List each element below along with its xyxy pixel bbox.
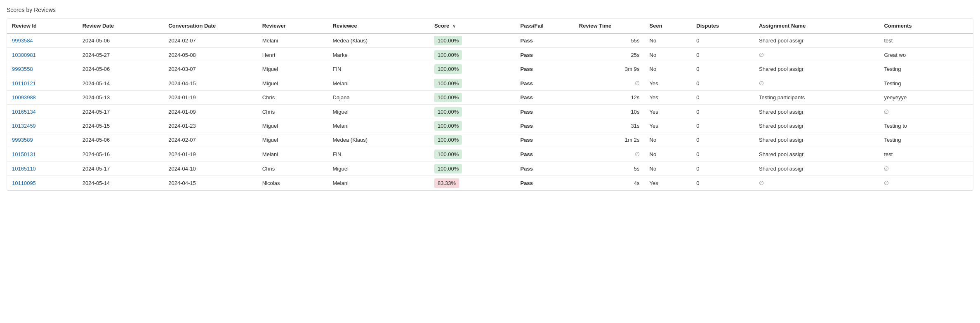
review-date-cell: 2024-05-17 (78, 162, 164, 176)
reviewer-cell: Melani (257, 33, 328, 48)
review-date-cell: 2024-05-14 (78, 176, 164, 190)
reviewee-cell: Dajana (328, 91, 430, 105)
review-id-link[interactable]: 9993558 (12, 66, 33, 72)
review-date-cell: 2024-05-06 (78, 62, 164, 76)
review-date-cell: 2024-05-15 (78, 119, 164, 133)
comments-cell: Great wo (879, 48, 973, 62)
score-cell: 100.00% (429, 119, 516, 133)
conversation-date-cell: 2024-04-10 (163, 162, 257, 176)
reviewer-cell: Chris (257, 162, 328, 176)
score-cell: 83.33% (429, 176, 516, 190)
col-header-score[interactable]: Score ∨ (429, 19, 516, 33)
disputes-cell: 0 (691, 147, 754, 162)
comments-cell: Testing to (879, 119, 973, 133)
col-header-review-time: Review Time (574, 19, 645, 33)
assignment-name-cell: ∅ (754, 176, 879, 190)
conversation-date-cell: 2024-01-23 (163, 119, 257, 133)
col-header-reviewee: Reviewee (328, 19, 430, 33)
review-date-cell: 2024-05-17 (78, 105, 164, 119)
review-id-link[interactable]: 10110121 (12, 80, 36, 87)
score-badge: 100.00% (434, 79, 462, 88)
assignment-name-cell: Shared pool assigr (754, 162, 879, 176)
review-id-link[interactable]: 10165110 (12, 166, 36, 172)
score-badge: 100.00% (434, 64, 462, 74)
review-time-cell: ∅ (574, 147, 645, 162)
col-header-comments: Comments (879, 19, 973, 33)
score-cell: 100.00% (429, 33, 516, 48)
reviewee-cell: Melani (328, 119, 430, 133)
pass-fail-badge: Pass (521, 37, 533, 44)
disputes-cell: 0 (691, 176, 754, 190)
assignment-name-cell: Shared pool assigr (754, 133, 879, 147)
review-time-cell: 25s (574, 48, 645, 62)
reviewer-cell: Chris (257, 105, 328, 119)
review-id-link[interactable]: 9993584 (12, 37, 33, 44)
reviewee-cell: Miguel (328, 162, 430, 176)
review-id-link[interactable]: 9993589 (12, 137, 33, 143)
pass-fail-cell: Pass (516, 76, 574, 91)
assignment-name-cell: Shared pool assigr (754, 62, 879, 76)
pass-fail-cell: Pass (516, 147, 574, 162)
score-badge: 83.33% (434, 178, 459, 188)
pass-fail-badge: Pass (521, 80, 533, 87)
disputes-cell: 0 (691, 162, 754, 176)
score-badge: 100.00% (434, 93, 462, 102)
review-time-cell: 3m 9s (574, 62, 645, 76)
score-cell: 100.00% (429, 48, 516, 62)
review-id-link[interactable]: 10300981 (12, 52, 36, 58)
seen-cell: Yes (645, 76, 692, 91)
score-badge: 100.00% (434, 164, 462, 173)
pass-fail-cell: Pass (516, 119, 574, 133)
col-header-disputes: Disputes (691, 19, 754, 33)
score-badge: 100.00% (434, 107, 462, 117)
review-time-cell: 1m 2s (574, 133, 645, 147)
col-header-review-id: Review Id (7, 19, 78, 33)
null-symbol: ∅ (884, 108, 889, 115)
sort-icon: ∨ (452, 23, 456, 29)
review-id-link[interactable]: 10150131 (12, 151, 36, 157)
table-row: 101100952024-05-142024-04-15NicolasMelan… (7, 176, 973, 190)
review-time-cell: 31s (574, 119, 645, 133)
assignment-name-cell: ∅ (754, 76, 879, 91)
reviewee-cell: Melani (328, 76, 430, 91)
pass-fail-badge: Pass (521, 137, 533, 143)
table-row: 99935582024-05-062024-03-07MiguelFIN100.… (7, 62, 973, 76)
assignment-name-cell: Testing participants (754, 91, 879, 105)
reviewer-cell: Chris (257, 91, 328, 105)
review-id-link[interactable]: 10132459 (12, 123, 36, 129)
pass-fail-cell: Pass (516, 176, 574, 190)
score-cell: 100.00% (429, 62, 516, 76)
review-id-link[interactable]: 10093988 (12, 94, 36, 101)
conversation-date-cell: 2024-01-19 (163, 147, 257, 162)
disputes-cell: 0 (691, 119, 754, 133)
reviewee-cell: FIN (328, 62, 430, 76)
review-id-link[interactable]: 10110095 (12, 180, 36, 186)
conversation-date-cell: 2024-04-15 (163, 76, 257, 91)
conversation-date-cell: 2024-01-09 (163, 105, 257, 119)
assignment-name-cell: Shared pool assigr (754, 119, 879, 133)
seen-cell: Yes (645, 91, 692, 105)
table-row: 100939882024-05-132024-01-19ChrisDajana1… (7, 91, 973, 105)
pass-fail-badge: Pass (521, 66, 533, 72)
col-header-conversation-date: Conversation Date (163, 19, 257, 33)
table-wrapper: Review Id Review Date Conversation Date … (7, 18, 973, 191)
reviewer-cell: Nicolas (257, 176, 328, 190)
disputes-cell: 0 (691, 133, 754, 147)
col-header-reviewer: Reviewer (257, 19, 328, 33)
pass-fail-cell: Pass (516, 105, 574, 119)
reviewer-cell: Miguel (257, 76, 328, 91)
null-symbol: ∅ (884, 165, 889, 172)
score-badge: 100.00% (434, 36, 462, 45)
seen-cell: No (645, 133, 692, 147)
assignment-name-cell: Shared pool assigr (754, 105, 879, 119)
score-cell: 100.00% (429, 91, 516, 105)
col-header-assignment-name: Assignment Name (754, 19, 879, 33)
comments-cell: Testing (879, 76, 973, 91)
review-id-link[interactable]: 10165134 (12, 109, 36, 115)
review-date-cell: 2024-05-16 (78, 147, 164, 162)
table-row: 99935892024-05-062024-02-07MiguelMedea (… (7, 133, 973, 147)
seen-cell: No (645, 33, 692, 48)
disputes-cell: 0 (691, 76, 754, 91)
pass-fail-cell: Pass (516, 133, 574, 147)
scores-table: Review Id Review Date Conversation Date … (7, 19, 973, 190)
